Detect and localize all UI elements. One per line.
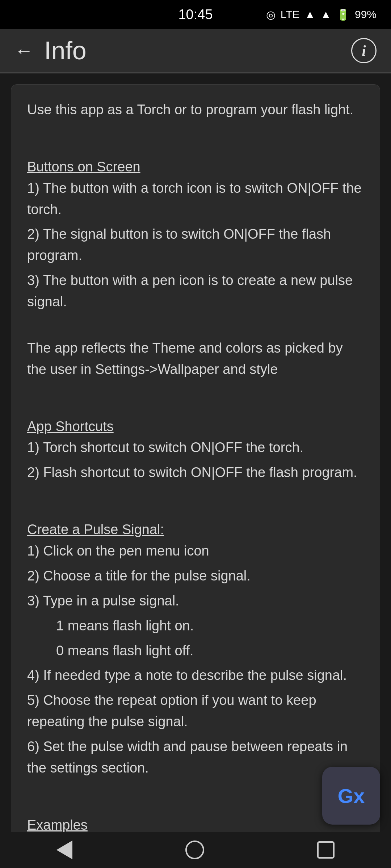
section3-item4: 4) If needed type a note to describe the… xyxy=(27,665,364,686)
section3-item3: 3) Type in a pulse signal. xyxy=(27,590,364,612)
nav-back-button[interactable] xyxy=(56,841,72,859)
info-card: Use this app as a Torch or to program yo… xyxy=(11,84,380,832)
translator-icon-container: Gx xyxy=(338,784,365,808)
section1-item1: 1) The button with a torch icon is to sw… xyxy=(27,178,364,220)
signal-icon2: ▲ xyxy=(320,8,331,21)
nav-recents-button[interactable] xyxy=(317,841,335,859)
section2-item2: 2) Flash shortcut to switch ON|OFF the f… xyxy=(27,462,364,483)
status-time: 10:45 xyxy=(178,7,213,22)
section3-item2: 2) Choose a title for the pulse signal. xyxy=(27,565,364,587)
section1-heading: Buttons on Screen xyxy=(27,156,364,178)
content-area: Use this app as a Torch or to program yo… xyxy=(0,73,391,832)
intro-paragraph: Use this app as a Torch or to program yo… xyxy=(27,99,364,120)
home-circle-icon xyxy=(185,841,204,859)
lte-label: LTE xyxy=(281,8,300,21)
battery-label: 99% xyxy=(355,8,377,21)
section3-item6: 6) Set the pulse width and pause between… xyxy=(27,736,364,779)
section3-sub1: 1 means flash light on. xyxy=(27,615,364,637)
nav-bar xyxy=(0,832,391,868)
info-icon: i xyxy=(362,42,366,59)
nav-home-button[interactable] xyxy=(185,841,204,859)
section3-sub2: 0 means flash light off. xyxy=(27,640,364,661)
section2-item1: 1) Torch shortcut to switch ON|OFF the t… xyxy=(27,437,364,458)
section3-item1: 1) Click on the pen menu icon xyxy=(27,540,364,562)
app-header: ← Info i xyxy=(0,29,391,72)
section2-heading: App Shortcuts xyxy=(27,416,364,437)
translator-overlay[interactable]: Gx xyxy=(322,767,380,825)
section4-heading: Examples xyxy=(27,814,364,832)
back-triangle-icon xyxy=(56,841,72,859)
google-translate-icon: Gx xyxy=(338,784,365,808)
info-content: Use this app as a Torch or to program yo… xyxy=(27,99,364,832)
wifi-icon: ◎ xyxy=(266,8,276,21)
battery-icon: 🔋 xyxy=(336,8,350,21)
info-icon-button[interactable]: i xyxy=(351,38,377,63)
signal-icon: ▲ xyxy=(305,8,316,21)
status-bar: 10:45 ◎ LTE ▲ ▲ 🔋 99% xyxy=(0,0,391,29)
section1-item3: 3) The button with a pen icon is to crea… xyxy=(27,270,364,312)
section3-heading: Create a Pulse Signal: xyxy=(27,519,364,540)
theme-paragraph: The app reflects the Theme and colors as… xyxy=(27,337,364,380)
status-icons: ◎ LTE ▲ ▲ 🔋 99% xyxy=(266,8,377,21)
back-button[interactable]: ← xyxy=(14,41,33,60)
section1-item2: 2) The signal button is to switch ON|OFF… xyxy=(27,224,364,266)
section3-item5: 5) Choose the repeat option if you want … xyxy=(27,690,364,732)
page-title: Info xyxy=(44,36,87,65)
recents-square-icon xyxy=(317,841,335,859)
